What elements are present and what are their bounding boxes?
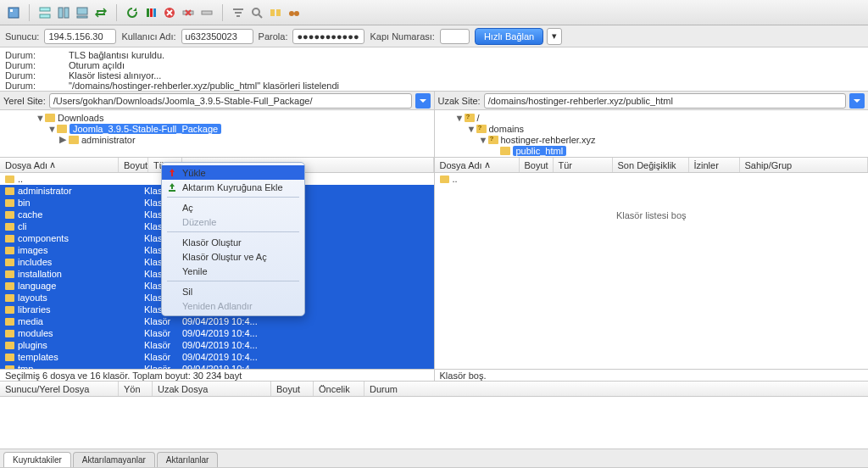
svg-rect-16: [236, 15, 240, 17]
tab-queued[interactable]: Kuyruktakiler: [3, 452, 71, 467]
main-toolbar: [0, 0, 868, 25]
col-modified[interactable]: Son Değişiklik: [613, 158, 689, 172]
disconnect-icon[interactable]: [180, 4, 197, 21]
svg-rect-18: [270, 9, 275, 16]
svg-rect-10: [153, 8, 156, 17]
ctx-mkdir-enter[interactable]: Klasör Oluştur ve Aç: [162, 249, 304, 264]
list-item[interactable]: templatesKlasör09/04/2019 10:4...: [0, 351, 434, 363]
user-label: Kullanıcı Adı:: [121, 31, 175, 42]
quickconnect-bar: Sunucu: Kullanıcı Adı: Parola: Kapı Numa…: [0, 25, 868, 47]
svg-rect-14: [233, 8, 243, 10]
remote-path-dropdown[interactable]: [849, 93, 865, 109]
qcol-remotefile[interactable]: Uzak Dosya: [153, 382, 271, 396]
svg-rect-19: [276, 9, 281, 16]
tree-node[interactable]: administrator: [81, 135, 136, 145]
message-log: Durum:TLS bağlantısı kuruldu.Durum:Oturu…: [0, 47, 868, 92]
list-item[interactable]: mediaKlasör09/04/2019 10:4...: [0, 315, 434, 327]
tree-node-selected[interactable]: Joomla_3.9.5-Stable-Full_Package: [70, 124, 221, 134]
qcol-direction[interactable]: Yön: [119, 382, 153, 396]
quickconnect-button[interactable]: Hızlı Bağlan: [475, 28, 543, 45]
svg-point-17: [253, 8, 259, 15]
col-name[interactable]: Dosya Adı∧: [0, 158, 119, 172]
col-size[interactable]: Boyut: [119, 158, 148, 172]
refresh-icon[interactable]: [124, 4, 141, 21]
port-label: Kapı Numarası:: [370, 31, 434, 42]
svg-rect-13: [202, 11, 212, 14]
col-owner[interactable]: Sahip/Grup: [740, 158, 869, 172]
ctx-edit: Düzenle: [162, 214, 304, 229]
quickconnect-dropdown[interactable]: ▾: [547, 28, 562, 45]
tree-node[interactable]: /: [477, 113, 480, 123]
ctx-rename: Yeniden Adlandır: [162, 298, 304, 313]
col-permissions[interactable]: İzinler: [689, 158, 740, 172]
col-name[interactable]: Dosya Adı∧: [435, 158, 520, 172]
tab-failed[interactable]: Aktarılamayanlar: [73, 452, 155, 467]
qcol-serverfile[interactable]: Sunucu/Yerel Dosya: [0, 382, 119, 396]
ctx-add-queue[interactable]: Aktarım Kuyruğuna Ekle: [162, 180, 304, 194]
toggle-log-icon[interactable]: [36, 4, 53, 21]
qcol-priority[interactable]: Öncelik: [314, 382, 364, 396]
user-input[interactable]: [181, 29, 253, 44]
ctx-open[interactable]: Aç: [162, 200, 304, 214]
svg-rect-15: [235, 12, 242, 14]
remote-path-input[interactable]: [484, 93, 846, 109]
svg-rect-6: [77, 8, 87, 14]
qcol-status[interactable]: Durum: [364, 382, 868, 396]
tree-node-selected[interactable]: public_html: [513, 146, 567, 156]
port-input[interactable]: [440, 29, 470, 44]
col-size[interactable]: Boyut: [520, 158, 554, 172]
tree-node[interactable]: hostinger-rehberler.xyz: [501, 135, 596, 145]
toggle-tree-icon[interactable]: [55, 4, 72, 21]
search-icon[interactable]: [248, 4, 265, 21]
local-path-input[interactable]: [49, 93, 412, 109]
site-manager-icon[interactable]: [5, 4, 22, 21]
svg-rect-0: [8, 8, 19, 18]
svg-rect-7: [77, 16, 87, 18]
svg-rect-4: [58, 8, 63, 18]
sync-browse-icon[interactable]: [92, 4, 109, 21]
list-item[interactable]: modulesKlasör09/04/2019 10:4...: [0, 327, 434, 339]
svg-rect-8: [147, 8, 149, 17]
ctx-refresh[interactable]: Yenile: [162, 264, 304, 278]
compare-icon[interactable]: [267, 4, 284, 21]
host-input[interactable]: [44, 29, 116, 44]
svg-rect-2: [40, 8, 50, 11]
ctx-mkdir[interactable]: Klasör Oluştur: [162, 235, 304, 249]
svg-rect-5: [64, 8, 69, 18]
toggle-queue-icon[interactable]: [74, 4, 91, 21]
process-queue-icon[interactable]: [142, 4, 159, 21]
list-item[interactable]: ..: [435, 173, 869, 185]
tree-node[interactable]: domains: [489, 124, 525, 134]
binoculars-icon[interactable]: [286, 4, 303, 21]
local-site-label: Yerel Site:: [3, 96, 46, 106]
remote-site-label: Uzak Site:: [438, 96, 481, 106]
list-item[interactable]: tmpKlasör09/04/2019 10:4...: [0, 363, 434, 369]
local-tree[interactable]: ▼Downloads ▼Joomla_3.9.5-Stable-Full_Pac…: [0, 110, 435, 157]
filter-icon[interactable]: [230, 4, 247, 21]
qcol-size[interactable]: Boyut: [271, 382, 314, 396]
local-status: Seçilmiş 6 dosya ve 16 klasör. Toplam bo…: [0, 370, 435, 381]
cancel-icon[interactable]: [161, 4, 178, 21]
queue-body[interactable]: [0, 397, 868, 449]
pass-label: Parola:: [259, 31, 288, 42]
svg-rect-22: [169, 190, 175, 192]
empty-message: Klasör listesi boş: [435, 210, 869, 220]
local-path-dropdown[interactable]: [415, 93, 431, 109]
svg-rect-3: [40, 14, 50, 18]
col-type[interactable]: Tür: [554, 158, 613, 172]
tab-success[interactable]: Aktarılanlar: [157, 452, 219, 467]
remote-status: Klasör boş.: [435, 370, 869, 381]
queue-tabs: Kuyruktakiler Aktarılamayanlar Aktarılan…: [0, 449, 868, 468]
svg-point-20: [289, 11, 294, 16]
ctx-delete[interactable]: Sil: [162, 284, 304, 298]
pass-input[interactable]: [292, 29, 364, 44]
list-item[interactable]: pluginsKlasör09/04/2019 10:4...: [0, 339, 434, 351]
context-menu: Yükle Aktarım Kuyruğuna Ekle Aç Düzenle …: [161, 162, 305, 316]
tree-node[interactable]: Downloads: [58, 113, 103, 123]
ctx-upload[interactable]: Yükle: [162, 165, 304, 180]
remote-tree[interactable]: ▼/ ▼domains ▼hostinger-rehberler.xyz pub…: [435, 110, 869, 157]
remote-file-list[interactable]: .. Klasör listesi boş: [435, 173, 869, 369]
reconnect-icon[interactable]: [198, 4, 215, 21]
svg-rect-9: [150, 8, 153, 17]
queue-header: Sunucu/Yerel Dosya Yön Uzak Dosya Boyut …: [0, 382, 868, 397]
